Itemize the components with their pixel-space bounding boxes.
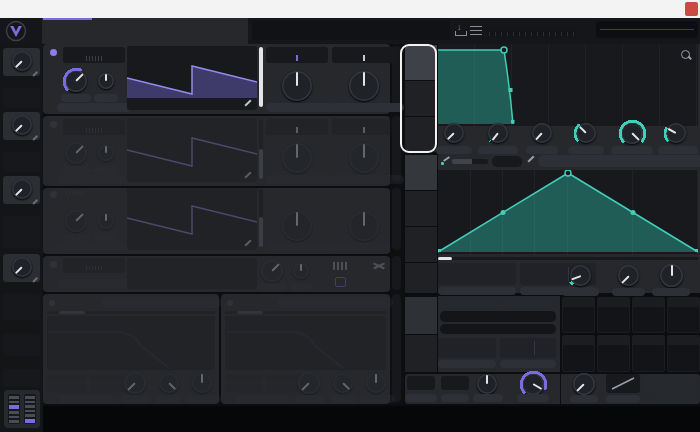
osc3-phase-knob[interactable] — [349, 211, 379, 241]
filter1-mix-knob[interactable] — [159, 373, 179, 393]
osc3-pan-knob[interactable] — [98, 213, 114, 229]
lfo-grid-size[interactable] — [492, 156, 522, 167]
tab-random1[interactable] — [405, 297, 437, 334]
macro1-mod-slot[interactable] — [3, 88, 40, 108]
loop-icon[interactable] — [335, 277, 346, 287]
magnifier-icon[interactable] — [681, 50, 690, 59]
lfo-stereo-knob[interactable] — [660, 264, 683, 287]
env-decay-knob[interactable] — [576, 123, 596, 143]
env-release-knob[interactable] — [666, 123, 686, 143]
osc3-unison-knob[interactable] — [282, 211, 312, 241]
macro2-knob-box[interactable] — [3, 112, 40, 140]
lfo-delay-knob[interactable] — [618, 265, 639, 286]
vital-logo[interactable] — [5, 20, 27, 42]
osc2-phase-box[interactable] — [332, 119, 396, 135]
lfo-phase-slider[interactable] — [438, 257, 698, 260]
velocity-track-knob[interactable] — [477, 374, 497, 394]
lfo-shape-selector[interactable] — [538, 155, 700, 167]
osc1-phase-knob[interactable] — [349, 71, 379, 101]
octave-scale-toggle[interactable] — [644, 385, 698, 394]
menu-icon[interactable] — [470, 26, 482, 35]
close-button[interactable] — [685, 2, 698, 16]
save-preset-icon[interactable]: ↓ — [455, 24, 466, 37]
pitch-wheel[interactable] — [8, 394, 20, 424]
osc1-unison-knob[interactable] — [282, 71, 312, 101]
macro2-mod-slot[interactable] — [3, 152, 40, 172]
lfo-mode-select[interactable] — [438, 263, 516, 285]
paint-brush-icon[interactable] — [441, 157, 449, 167]
osc2-pan-knob[interactable] — [98, 145, 114, 161]
smp-pitch-box[interactable] — [63, 258, 125, 273]
osc2-power-toggle[interactable] — [50, 121, 57, 128]
filter1-link-fil2[interactable] — [59, 395, 113, 404]
macro1-knob-box[interactable] — [3, 48, 40, 76]
macro3-knob-box[interactable] — [3, 176, 40, 204]
osc1-phase-mode-selector[interactable] — [332, 103, 404, 112]
random-style-select[interactable] — [438, 338, 496, 358]
tab-lfo2[interactable] — [405, 191, 437, 226]
voices-value[interactable] — [407, 376, 435, 390]
preset-browser[interactable] — [252, 21, 450, 40]
osc1-routing-selector[interactable] — [57, 103, 131, 112]
osc2-wavetable-display[interactable] — [127, 118, 257, 182]
filter2-link-fil1[interactable] — [236, 395, 288, 404]
tab-lfo3[interactable] — [405, 227, 437, 262]
osc1-unison-mode-selector[interactable] — [266, 103, 336, 112]
wave-frame-slider[interactable] — [259, 47, 263, 107]
mod-source-velocity[interactable] — [597, 297, 630, 333]
mod-wheel-mod-slot[interactable] — [3, 369, 40, 387]
glide-slope-display[interactable] — [606, 374, 640, 393]
mod-wheel[interactable] — [24, 394, 36, 424]
filter2-mix-knob[interactable] — [333, 373, 353, 393]
smp-sample-display[interactable] — [127, 258, 257, 289]
tab-random2[interactable] — [405, 335, 437, 372]
filter2-keytrack-knob[interactable] — [366, 373, 386, 393]
mod-source-oct-note[interactable] — [667, 297, 700, 333]
smp-routing-selector[interactable] — [57, 279, 131, 288]
env-hold-knob[interactable] — [532, 123, 552, 143]
zoom-ruler[interactable] — [487, 29, 577, 37]
filter1-model-selector[interactable] — [101, 297, 221, 308]
wave-frame-slider[interactable] — [259, 119, 263, 179]
filter2-response-display[interactable] — [225, 316, 386, 370]
wheels-widget[interactable] — [4, 390, 40, 428]
osc1-pan-knob[interactable] — [98, 73, 114, 89]
mod-source-note[interactable] — [562, 297, 595, 333]
smp-level-knob[interactable] — [261, 260, 283, 282]
tab-lfo1[interactable] — [405, 155, 437, 190]
mod-source-stereo[interactable] — [632, 335, 665, 372]
osc1-level-knob[interactable] — [65, 70, 87, 92]
osc1-phase-box[interactable] — [332, 47, 396, 63]
filter2-blend-slider[interactable] — [225, 311, 386, 314]
osc2-phase-knob[interactable] — [349, 143, 379, 173]
lfo-smooth-knob[interactable] — [570, 265, 591, 286]
filter2-input-osc3[interactable] — [225, 384, 263, 393]
macro4-mod-slot[interactable] — [3, 294, 40, 320]
lfo-display[interactable] — [438, 170, 698, 254]
osc2-pitch-box[interactable] — [63, 119, 125, 135]
filter1-input-osc3[interactable] — [47, 384, 87, 393]
osc3-wavetable-display[interactable] — [127, 188, 257, 250]
filter1-power-toggle[interactable] — [49, 300, 55, 306]
stereo-spread-knob[interactable] — [522, 373, 544, 395]
random-stereo-toggle[interactable] — [500, 299, 556, 308]
macro3-mod-slot[interactable] — [3, 216, 40, 248]
mod-source-random[interactable] — [667, 335, 700, 372]
env-attack-knob[interactable] — [488, 123, 508, 143]
env-delay-knob[interactable] — [444, 123, 464, 143]
shuffle-icon[interactable] — [373, 261, 385, 271]
filter1-response-display[interactable] — [47, 316, 215, 370]
smp-pan-knob[interactable] — [293, 263, 309, 279]
osc1-pitch-box[interactable] — [63, 47, 125, 63]
filter1-input-osc1[interactable] — [47, 374, 87, 383]
mod-source-pressure[interactable] — [562, 335, 595, 372]
osc3-power-toggle[interactable] — [50, 191, 57, 198]
osc1-unison-box[interactable] — [266, 47, 328, 63]
osc2-level-knob[interactable] — [65, 142, 87, 164]
env-display[interactable] — [438, 44, 698, 126]
filter1-blend-slider[interactable] — [47, 311, 215, 314]
osc1-power-toggle[interactable] — [50, 49, 57, 56]
osc2-unison-box[interactable] — [266, 119, 328, 135]
always-glide-toggle[interactable] — [644, 374, 698, 383]
keyboard[interactable] — [43, 406, 700, 432]
